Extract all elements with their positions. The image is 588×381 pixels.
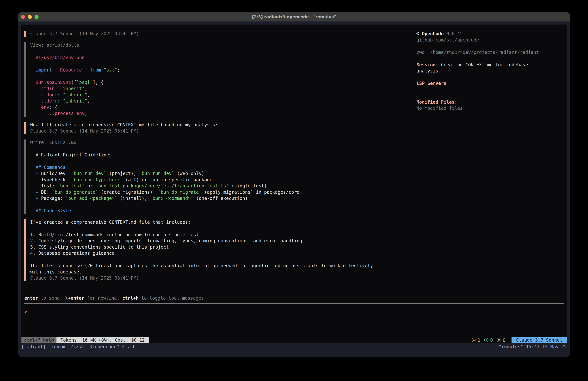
text-segment: , bbox=[87, 98, 90, 104]
text-segment bbox=[30, 80, 36, 85]
transcript-line: 1. Build/lint/test commands including ho… bbox=[30, 232, 373, 238]
text-segment: DB: bbox=[38, 190, 52, 195]
text-segment bbox=[30, 183, 36, 189]
block-lines: View: script/db.ts #!/usr/bin/env bun im… bbox=[30, 42, 120, 117]
message-accent-bar bbox=[24, 219, 26, 281]
message-block: Now I'll create a comprehensive CONTEXT.… bbox=[24, 122, 413, 134]
text-segment: `psql` bbox=[77, 80, 93, 85]
prompt-input[interactable]: > bbox=[24, 309, 27, 315]
transcript-line: I've created a comprehensive CONTEXT.md … bbox=[30, 219, 373, 225]
text-segment: (web only) bbox=[174, 171, 204, 176]
sidebar-line: Modified Files: bbox=[417, 99, 546, 105]
transcript-line: 3. CSS styling conventions specific to t… bbox=[30, 244, 373, 250]
tmux-status-bar: [radiant] 1:nvim 2:zsh- 3:opencode* 4:zs… bbox=[18, 343, 570, 350]
sidebar-line: Session: Creating CONTEXT.md for codebas… bbox=[417, 62, 546, 74]
text-segment: import bbox=[36, 67, 52, 73]
block-lines: Write: CONTEXT.md # Radiant Project Guid… bbox=[30, 139, 299, 214]
tool-block: Write: CONTEXT.md # Radiant Project Guid… bbox=[24, 139, 413, 214]
transcript-line: Now I'll create a comprehensive CONTEXT.… bbox=[30, 122, 218, 128]
sidebar-line: github.com/sst/opencode bbox=[417, 37, 546, 43]
sidebar-line bbox=[417, 87, 546, 93]
text-segment: (single test) bbox=[229, 183, 267, 189]
transcript-line: stdout: "inherit", bbox=[30, 92, 120, 98]
session-sidebar: © OpenCode 0.0.45github.com/sst/opencode… bbox=[417, 31, 546, 112]
message-block: I've created a comprehensive CONTEXT.md … bbox=[24, 219, 413, 281]
text-segment bbox=[58, 86, 60, 91]
text-segment: LSP Servers bbox=[417, 81, 446, 86]
prompt-caret: > bbox=[24, 309, 27, 314]
tool-block: View: script/db.ts #!/usr/bin/env bun im… bbox=[24, 42, 413, 117]
text-segment: #!/usr/bin/env bun bbox=[36, 55, 84, 60]
text-segment: Package: bbox=[38, 196, 66, 201]
text-segment: `bun db migrate` bbox=[158, 190, 202, 195]
sidebar-line: cwd: /home/thdxr/dev/projects/radiant/ra… bbox=[417, 49, 546, 56]
message-block: Claude 3.7 Sonnet (14 May 2025 03:41 PM) bbox=[24, 31, 413, 37]
text-segment: Now I'll create a comprehensive CONTEXT.… bbox=[30, 122, 218, 128]
text-segment: ...process.env bbox=[46, 111, 84, 116]
text-segment: `bun run dev` bbox=[139, 171, 174, 176]
diagnostic-counter: ⓦ0 bbox=[472, 337, 480, 343]
sidebar-line: LSP Servers bbox=[417, 80, 546, 87]
text-segment: stdout bbox=[41, 92, 57, 97]
status-bar-right: ⓦ0ⓘ0ⓗ0 Claude 3.7 Sonnet bbox=[468, 337, 567, 343]
text-segment: from bbox=[90, 67, 101, 73]
text-segment: 0.0.45 bbox=[444, 31, 463, 36]
text-segment: ; bbox=[117, 67, 120, 73]
text-segment bbox=[52, 105, 55, 110]
transcript-line bbox=[30, 61, 120, 67]
transcript-line: ## Commands bbox=[30, 164, 299, 171]
text-segment: TypeCheck: bbox=[38, 177, 71, 182]
diagnostic-count: 0 bbox=[478, 337, 480, 343]
text-segment: - bbox=[36, 177, 38, 182]
text-segment: cwd: /home/thdxr/dev/projects/radiant/ra… bbox=[417, 50, 539, 55]
text-segment: 3. CSS styling conventions specific to t… bbox=[30, 245, 169, 250]
text-segment: `bun test` bbox=[58, 183, 85, 189]
text-segment: "sst" bbox=[104, 67, 117, 73]
chat-transcript: Claude 3.7 Sonnet (14 May 2025 03:41 PM)… bbox=[24, 31, 413, 287]
text-segment: enter bbox=[24, 295, 38, 301]
diagnostics-counters: ⓦ0ⓘ0ⓗ0 bbox=[468, 337, 505, 343]
window-titlebar: [2/3] radiant:3:opencode - "romulus" bbox=[18, 12, 570, 22]
text-segment bbox=[30, 98, 41, 104]
diagnostic-count: 0 bbox=[503, 337, 505, 343]
text-segment: - bbox=[36, 190, 38, 195]
text-segment bbox=[30, 86, 41, 91]
opencode-app: Claude 3.7 Sonnet (14 May 2025 03:41 PM)… bbox=[21, 24, 567, 343]
tmux-session-info: "romulus" 15:41 14-May-25 bbox=[499, 344, 567, 349]
text-segment: : bbox=[49, 105, 52, 110]
text-segment: Modified Files: bbox=[417, 99, 457, 105]
text-segment: Resource bbox=[60, 67, 82, 73]
text-segment: View: script/db.ts bbox=[30, 43, 79, 48]
text-segment: `bun db generate` bbox=[52, 190, 98, 195]
transcript-line: Write: CONTEXT.md bbox=[30, 139, 299, 146]
text-segment: ], { bbox=[93, 80, 104, 85]
transcript-line: - Package: `bun add <package>` (install)… bbox=[30, 195, 299, 202]
text-segment: for newline, bbox=[84, 295, 122, 301]
transcript-line: - TypeCheck: `bun run typecheck` (all) o… bbox=[30, 177, 299, 183]
text-segment: Test: bbox=[38, 183, 58, 189]
text-segment: (apply migrations) in packages/core bbox=[202, 190, 299, 195]
text-segment: `bun add <package>` bbox=[65, 196, 117, 201]
model-badge[interactable]: Claude 3.7 Sonnet bbox=[511, 337, 567, 343]
text-segment bbox=[30, 190, 36, 195]
h-circle-icon: ⓗ bbox=[497, 337, 501, 343]
text-segment: Bun.spawnSync bbox=[36, 80, 71, 85]
text-segment: to toggle tool messages bbox=[139, 295, 204, 301]
diagnostic-counter: ⓘ0 bbox=[484, 337, 493, 343]
text-segment: - bbox=[36, 196, 38, 201]
text-segment: "inherit" bbox=[63, 98, 87, 104]
text-segment bbox=[30, 208, 36, 213]
tokens-cost-badge: Tokens: 16.4K (8%), Cost: $0.12 bbox=[57, 337, 149, 343]
transcript-line: import { Resource } from "sst"; bbox=[30, 67, 120, 73]
text-segment: , bbox=[84, 86, 87, 91]
transcript-line: Claude 3.7 Sonnet (14 May 2025 03:41 PM) bbox=[30, 128, 218, 134]
text-segment: `bun run dev` bbox=[71, 171, 106, 176]
text-segment: I've created a comprehensive CONTEXT.md … bbox=[30, 220, 191, 225]
text-segment: - bbox=[36, 171, 38, 176]
sidebar-line bbox=[417, 56, 546, 62]
text-segment: # Radiant Project Guidelines bbox=[30, 152, 112, 157]
text-segment: : bbox=[55, 86, 58, 91]
transcript-line: 4. Database operations guidance bbox=[30, 250, 373, 257]
transcript-line: View: script/db.ts bbox=[30, 42, 120, 48]
tmux-window-list[interactable]: [radiant] 1:nvim 2:zsh- 3:opencode* 4:zs… bbox=[21, 344, 136, 349]
